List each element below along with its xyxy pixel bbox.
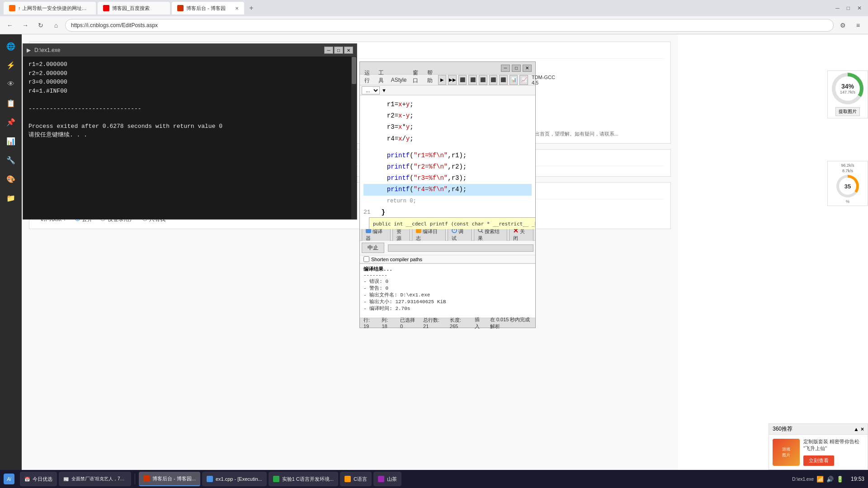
url-bar[interactable]: https://i.cnblogs.com/EditPosts.aspx	[65, 19, 834, 32]
sidebar-icon-5[interactable]: 📊	[3, 133, 19, 149]
extract-image-button[interactable]: 提取图片	[835, 107, 860, 116]
taskbar-icon-sound[interactable]: 🔊	[826, 476, 834, 483]
win-max[interactable]: □	[844, 4, 853, 12]
ide-code-area[interactable]: r1=x+y; r2=x-y; r3=x*y; r4=x/y;	[360, 95, 535, 229]
cmd-maximize[interactable]: □	[334, 47, 343, 54]
ide-tool-4[interactable]: ⬛	[468, 75, 477, 85]
ide-tool-3[interactable]: ⬛	[458, 75, 467, 85]
shorten-paths-label: Shorten compiler paths	[371, 257, 422, 262]
sidebar-icon-2[interactable]: 👁	[3, 76, 19, 92]
ide-dropdown: ... ▼	[360, 85, 535, 95]
forward-button[interactable]: →	[19, 19, 32, 32]
taskbar-label-today: 今日优选	[33, 476, 52, 483]
cmd-close[interactable]: ✕	[344, 47, 353, 54]
home-button[interactable]: ⌂	[50, 19, 62, 32]
sidebar-icon-7[interactable]: 🎨	[3, 171, 19, 187]
sidebar-icon-3[interactable]: 📋	[3, 95, 19, 111]
cmd-line-3: r3=0.000000	[28, 78, 351, 87]
ide-toolbar-right: ▶ ▶▶ ⬛ ⬛ ⬛ ⬛ ⬛ 📊 📈 TDM-GCC 4.5	[438, 75, 560, 85]
code-spacer	[363, 145, 532, 150]
taskbar-item-clang[interactable]: 实验1 C语言开发环境...	[269, 472, 338, 486]
start-ai-logo[interactable]: Ai	[4, 474, 14, 484]
back-button[interactable]: ←	[4, 19, 16, 32]
taskbar-icon-battery[interactable]: 🔋	[836, 476, 844, 483]
sidebar-icon-4[interactable]: 📌	[3, 114, 19, 130]
taskbar-item-today[interactable]: 📅 今日优选	[20, 472, 57, 486]
ide-tool-6[interactable]: ⬛	[489, 75, 498, 85]
ide-tool-7[interactable]: ⬛	[499, 75, 508, 85]
left-sidebar: 🌐 ⚡ 👁 📋 📌 📊 🔧 🎨 📁 +	[0, 34, 22, 488]
taskbar-item-blog[interactable]: 博客后台 - 博客园...	[139, 472, 200, 486]
cmd-icon: ▶	[27, 47, 31, 53]
ide-menu-astyle[interactable]: AStyle	[388, 76, 410, 84]
code-line-brace: 21 }	[363, 207, 532, 218]
cmd-scrollbar[interactable]	[351, 56, 357, 219]
dropdown-arrow[interactable]: ▼	[382, 88, 387, 93]
taskbar-item-news[interactable]: 📰 全面禁厂语'坦克艺人，7位小鲜肉已被除名,网友发言支持	[59, 472, 131, 486]
status-col: 列: 18	[382, 317, 392, 329]
cmd-line-8: Process exited after 0.6278 seconds with…	[28, 122, 351, 131]
output-line-time: - 编译时间: 2.70s	[363, 305, 532, 312]
ad-cta-button[interactable]: 立刻查看	[803, 455, 834, 466]
ide-minimize[interactable]: ─	[501, 65, 510, 72]
sidebar-icon-8[interactable]: 📁	[3, 190, 19, 206]
ide-dropdown-select[interactable]: ...	[362, 86, 380, 94]
tooltip-text: public int __cdecl printf (const char * …	[373, 221, 535, 227]
ide-tool-1[interactable]: ▶	[438, 75, 447, 85]
ide-close[interactable]: ✕	[523, 65, 532, 72]
taskbar-ex1-icon	[207, 476, 213, 482]
refresh-button[interactable]: ↻	[34, 19, 47, 32]
compiler-label: TDM-GCC 4.5	[530, 75, 560, 85]
taskbar-item-ex1[interactable]: ex1.cpp - [Executin...	[202, 472, 267, 486]
cmd-title-text: D:\ex1.exe	[34, 47, 321, 53]
main-area: 🌐 ⚡ 👁 📋 📌 📊 🔧 🎨 📁 + － 常用选项 － 个人分类 你还没有添	[0, 34, 868, 488]
sidebar-icon-6[interactable]: 🔧	[3, 152, 19, 168]
ide-tool-2[interactable]: ▶▶	[448, 75, 457, 85]
compile-abort-button[interactable]: 中止	[362, 243, 384, 253]
tab-label-3: 博客后台 - 博客园	[186, 5, 226, 12]
menu-button[interactable]: ≡	[852, 19, 864, 32]
browser-tab-2[interactable]: 博客园_百度搜索	[98, 2, 170, 14]
cpu-speed: 147.7k/s	[840, 90, 855, 94]
code-line-return: return 0;	[363, 197, 532, 207]
taskbar-blog-icon	[143, 475, 150, 482]
shorten-paths-checkbox[interactable]	[363, 256, 369, 262]
cmd-title-left: ▶	[27, 47, 31, 53]
net-up-speed: 96.2k/s	[841, 163, 854, 168]
taskbar-item-tea[interactable]: 山茶	[373, 472, 401, 486]
win-min[interactable]: ─	[833, 4, 842, 12]
taskbar-icon-net[interactable]: 📶	[816, 476, 824, 483]
ide-output-area: 编译结果... -------- - 错误: 0 - 警告: 0 - 输出文件名…	[360, 263, 535, 318]
tab-label-1: ↑ 上网导航一安全快捷的网址大全	[18, 5, 90, 12]
win-close[interactable]: ✕	[854, 4, 864, 12]
autocomplete-tooltip: public int __cdecl printf (const char * …	[369, 217, 535, 229]
line-num-21: 21	[363, 207, 371, 218]
tab-label-2: 博客园_百度搜索	[112, 5, 150, 12]
cmd-line-2: r2=2.000000	[28, 69, 351, 78]
status-selected: 已选择 0	[400, 317, 416, 329]
cmd-line-1: r1=2.000000	[28, 60, 351, 69]
cpu-circle: 34% 147.7k/s	[832, 73, 863, 104]
net-percent-suffix: %	[846, 199, 849, 204]
browser-tab-3[interactable]: 博客后台 - 博客园 ✕	[172, 2, 244, 14]
ide-output-controls: 中止	[360, 241, 535, 255]
browser-tab-1[interactable]: ↑ 上网导航一安全快捷的网址大全	[4, 2, 96, 14]
extensions-button[interactable]: ⚙	[836, 19, 849, 32]
ide-tool-5[interactable]: ⬛	[479, 75, 487, 85]
code-line-r1: r1=x+y;	[363, 99, 532, 110]
taskbar-clang-icon	[273, 476, 279, 482]
tab-close-3[interactable]: ✕	[235, 6, 239, 11]
ad-expand-icon[interactable]: ▲	[854, 426, 859, 432]
sidebar-icon-1[interactable]: ⚡	[3, 57, 19, 73]
cmd-minimize[interactable]: ─	[324, 47, 333, 54]
net-speeds: 96.2k/s 8.7k/s	[841, 163, 854, 173]
taskbar-item-c[interactable]: C语言	[340, 472, 372, 486]
ad-close-btn[interactable]: ×	[861, 426, 864, 432]
taskbar-label-clang: 实验1 C语言开发环境...	[282, 476, 334, 483]
ide-maximize[interactable]: □	[512, 65, 521, 72]
ide-tool-9[interactable]: 📈	[519, 75, 528, 85]
perf-widget: 34% 147.7k/s 提取图片	[827, 70, 868, 118]
sidebar-icon-0[interactable]: 🌐	[3, 38, 19, 54]
new-tab-button[interactable]: +	[246, 3, 257, 14]
ide-tool-8[interactable]: 📊	[509, 75, 518, 85]
